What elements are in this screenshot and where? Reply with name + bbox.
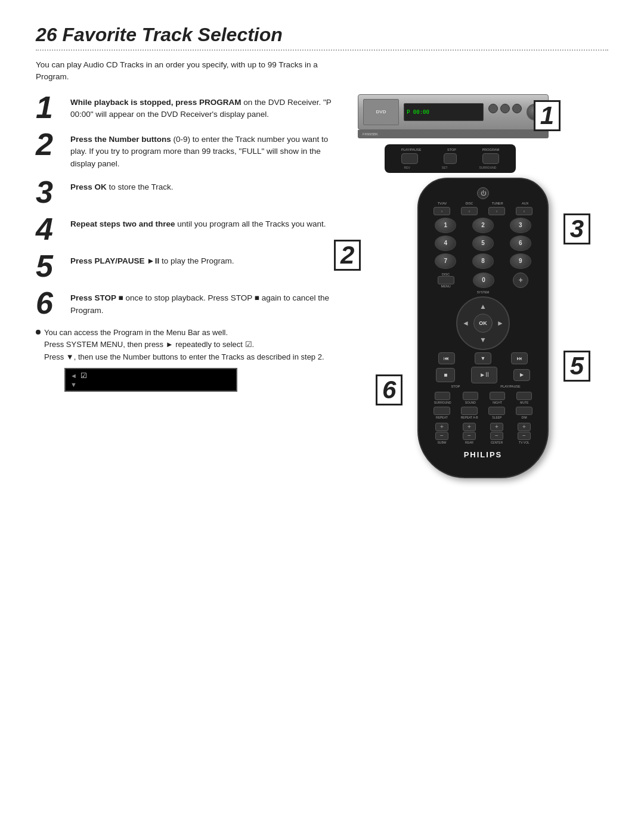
num-btn-5[interactable]: 5 bbox=[472, 236, 494, 251]
num-btn-8[interactable]: 8 bbox=[472, 253, 494, 269]
receiver-button-1[interactable] bbox=[488, 104, 498, 113]
num-btn-0[interactable]: 0 bbox=[473, 272, 494, 288]
tvvol-minus-btn[interactable]: − bbox=[518, 432, 531, 440]
step-5-content: Press PLAY/PAUSE ►II to play the Program… bbox=[70, 253, 234, 268]
step-6-bold: Press STOP ■ bbox=[70, 293, 123, 302]
surround-button[interactable]: SURROUND bbox=[434, 392, 451, 404]
repeat-label: REPEAT bbox=[436, 416, 448, 419]
num-btn-6[interactable]: 6 bbox=[510, 236, 531, 251]
num-1-text: 1 bbox=[444, 222, 448, 228]
step-4-number: 4 bbox=[36, 213, 64, 244]
subw-minus-btn[interactable]: − bbox=[435, 432, 448, 440]
dim-button[interactable]: DIM bbox=[516, 407, 532, 419]
prev-icon: ⏮ bbox=[444, 355, 449, 361]
play-pause-button[interactable]: ►II bbox=[471, 367, 497, 383]
source-btn-disc[interactable]: ○ bbox=[461, 207, 478, 215]
next-btn[interactable]: ⏭ bbox=[511, 352, 528, 364]
next-icon: ⏭ bbox=[517, 355, 522, 361]
center-plus-btn[interactable]: + bbox=[490, 423, 503, 431]
step-6-content: Press STOP ■ once to stop playback. Pres… bbox=[70, 290, 346, 317]
menu-disc-row: DISC MENU 0 + bbox=[428, 272, 538, 288]
receiver-bottom-strip: FR995BK bbox=[358, 130, 549, 138]
dim-btn-rect bbox=[516, 407, 532, 415]
nav-left-arrow-icon[interactable]: ◄ bbox=[462, 319, 469, 327]
sleep-button[interactable]: SLEEP bbox=[488, 407, 505, 419]
sound-button[interactable]: SOUND bbox=[463, 392, 478, 404]
stop-button[interactable]: ■ bbox=[436, 368, 455, 382]
remote-top-zoom: PLAY/PAUSE STOP PROGRAM REV SET SURROUND bbox=[385, 144, 516, 173]
slow-button[interactable]: ▶ bbox=[513, 369, 530, 381]
num-6-text: 6 bbox=[519, 240, 522, 246]
rev-icon: ▼ bbox=[481, 355, 486, 361]
step-2: 2 Press the Number buttons (0-9) to ente… bbox=[36, 131, 346, 171]
num-7-text: 7 bbox=[444, 258, 448, 264]
step-6-number: 6 bbox=[36, 287, 64, 318]
rear-plus-btn[interactable]: + bbox=[463, 423, 476, 431]
mute-button[interactable]: MUTE bbox=[516, 392, 532, 404]
source-btn-tvav[interactable]: ○ bbox=[434, 207, 450, 215]
zoom-program-btn[interactable] bbox=[482, 153, 499, 164]
num-btn-2[interactable]: 2 bbox=[472, 218, 494, 233]
content-layout: 1 While playback is stopped, press PROGR… bbox=[36, 94, 608, 478]
step-1: 1 While playback is stopped, press PROGR… bbox=[36, 94, 346, 123]
source-btn-aux-text: ○ bbox=[523, 209, 525, 213]
subw-plus-btn[interactable]: + bbox=[435, 423, 448, 431]
receiver-bottom-text: FR995BK bbox=[363, 132, 378, 136]
nav-down-arrow-icon[interactable]: ▼ bbox=[479, 336, 487, 344]
subw-label: SUBW bbox=[438, 441, 447, 444]
step-3-text: to store the Track. bbox=[109, 182, 174, 191]
bullet-note: You can access the Program in the Menu B… bbox=[36, 327, 328, 363]
tvvol-plus-btn[interactable]: + bbox=[518, 423, 531, 431]
num-btn-3[interactable]: 3 bbox=[510, 218, 531, 233]
sound-btn-rect bbox=[463, 392, 478, 400]
step-3-content: Press OK to store the Track. bbox=[70, 179, 174, 194]
sleep-label: SLEEP bbox=[492, 416, 501, 419]
disc-btn-rect[interactable] bbox=[438, 276, 454, 284]
center-minus-btn[interactable]: − bbox=[490, 432, 503, 440]
tvvol-label: TV VOL bbox=[519, 441, 530, 444]
disc-menu-button[interactable]: DISC MENU bbox=[438, 272, 454, 288]
receiver-button-3[interactable] bbox=[512, 104, 522, 113]
source-btn-disc-text: ○ bbox=[468, 209, 470, 213]
nav-right-arrow-icon[interactable]: ► bbox=[497, 319, 504, 327]
tvvol-col: + − TV VOL bbox=[518, 423, 531, 444]
ok-button[interactable]: OK bbox=[473, 314, 493, 333]
play-pause-label: PLAY/PAUSE bbox=[497, 385, 524, 388]
dvd-receiver-area: DVD P 00:00 bbox=[358, 94, 549, 138]
repeat-btn-rect bbox=[434, 407, 450, 415]
vol-plus-btn[interactable]: + bbox=[513, 272, 528, 288]
step-5-bold: Press PLAY/PAUSE ►II bbox=[70, 256, 159, 265]
dim-label: DIM bbox=[522, 416, 527, 419]
left-column: 1 While playback is stopped, press PROGR… bbox=[36, 94, 346, 478]
source-btn-aux[interactable]: ○ bbox=[516, 207, 532, 215]
menu-row-1: ◄ ☑ bbox=[70, 371, 231, 380]
system-label: SYSTEM bbox=[428, 290, 538, 294]
receiver-button-2[interactable] bbox=[500, 104, 510, 113]
repeat-button[interactable]: REPEAT bbox=[434, 407, 450, 419]
callout-2: 2 bbox=[334, 240, 361, 271]
remote-zoom-labels: PLAY/PAUSE STOP PROGRAM bbox=[388, 148, 512, 151]
num-btn-1[interactable]: 1 bbox=[435, 218, 456, 233]
zoom-play-pause-btn[interactable] bbox=[401, 153, 418, 164]
play-pause-icon: ►II bbox=[479, 371, 488, 378]
rev-btn[interactable]: ▼ bbox=[475, 352, 491, 364]
rear-minus-btn[interactable]: − bbox=[463, 432, 476, 440]
repeat-ab-button[interactable]: REPEAT A-B bbox=[461, 407, 478, 419]
menu-down-arrow-icon: ▼ bbox=[70, 381, 77, 388]
disc-label: DISC bbox=[442, 272, 450, 276]
num-0-text: 0 bbox=[482, 277, 485, 283]
step-4: 4 Repeat steps two and three until you p… bbox=[36, 216, 346, 244]
prev-btn[interactable]: ⏮ bbox=[438, 352, 455, 364]
num-btn-9[interactable]: 9 bbox=[510, 253, 531, 269]
power-button[interactable]: ⏻ bbox=[477, 187, 489, 199]
num-btn-4[interactable]: 4 bbox=[435, 236, 456, 251]
source-btn-tuner[interactable]: ○ bbox=[488, 207, 505, 215]
repeat-row: REPEAT REPEAT A-B SLEEP DIM bbox=[428, 407, 538, 419]
zoom-stop-btn[interactable] bbox=[444, 153, 457, 164]
nav-up-arrow-icon[interactable]: ▲ bbox=[479, 302, 487, 311]
night-button[interactable]: NIGHT bbox=[490, 392, 505, 404]
num-btn-7[interactable]: 7 bbox=[435, 253, 456, 269]
source-label-aux: AUX bbox=[522, 202, 528, 205]
center-vol-col: + − CENTER bbox=[490, 423, 503, 444]
source-btn-tuner-text: ○ bbox=[496, 209, 497, 213]
